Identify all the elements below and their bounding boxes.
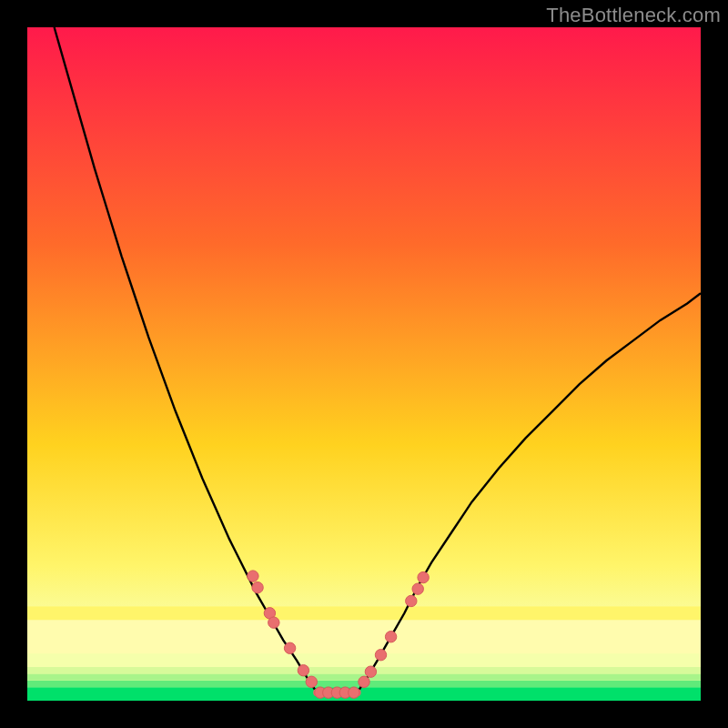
- data-marker: [418, 571, 429, 582]
- data-marker: [359, 676, 369, 687]
- chart-stage: TheBottleneck.com: [0, 0, 728, 728]
- data-marker: [252, 581, 263, 592]
- watermark-text: TheBottleneck.com: [546, 4, 721, 27]
- svg-rect-0: [27, 687, 701, 701]
- data-marker: [412, 583, 423, 594]
- svg-rect-5: [27, 620, 701, 653]
- svg-rect-4: [27, 653, 701, 667]
- data-marker: [268, 617, 279, 628]
- data-marker: [349, 687, 359, 698]
- data-marker: [298, 665, 308, 676]
- data-marker: [375, 649, 386, 660]
- svg-rect-6: [27, 606, 701, 620]
- data-marker: [284, 642, 295, 653]
- data-marker: [306, 676, 317, 687]
- data-marker: [385, 632, 396, 642]
- gradient-background: [27, 27, 701, 701]
- bottleneck-chart: [27, 27, 701, 701]
- data-marker: [248, 571, 258, 581]
- data-marker: [406, 595, 417, 606]
- svg-rect-3: [27, 667, 701, 673]
- data-marker: [365, 666, 376, 677]
